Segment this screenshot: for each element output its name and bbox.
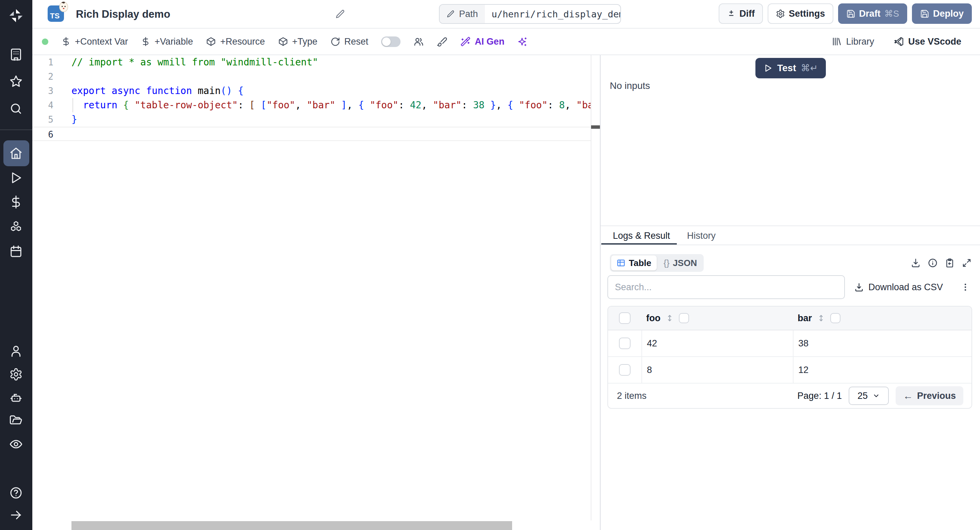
tab-logs-result[interactable]: Logs & Result (613, 226, 670, 245)
library-button[interactable]: Library (832, 37, 874, 47)
add-context-var-button[interactable]: +Context Var (61, 37, 128, 47)
path-control[interactable]: Path u/henri/rich_display_demo (439, 4, 621, 24)
code-line[interactable]: 6 (32, 127, 591, 141)
row-checkbox[interactable] (619, 364, 630, 376)
multiplayer-toggle[interactable] (381, 37, 401, 47)
code-line[interactable]: 2 (32, 69, 591, 84)
code-line[interactable]: 4 return { "table-row-object": [ ["foo",… (32, 98, 591, 112)
deploy-label: Deploy (933, 8, 964, 19)
help-icon[interactable] (8, 485, 24, 500)
ai-gen-button[interactable]: AI Gen (460, 37, 504, 47)
settings-gear-icon[interactable] (8, 367, 24, 382)
copy-clipboard-icon[interactable] (945, 258, 955, 268)
code-text: } (72, 112, 77, 127)
select-all-checkbox[interactable] (619, 312, 630, 324)
add-resource-button[interactable]: +Resource (206, 37, 265, 47)
sort-icon[interactable] (817, 314, 826, 322)
horizontal-scrollbar[interactable] (72, 521, 512, 530)
windmill-logo-icon[interactable] (8, 8, 24, 23)
result-actions (911, 254, 972, 272)
table-icon (617, 259, 625, 267)
previous-label: Previous (917, 391, 956, 401)
cell-foo: 8 (641, 357, 793, 383)
dollar-icon (61, 37, 71, 46)
search-icon[interactable] (8, 101, 24, 116)
tabs-bottom-border (601, 244, 980, 245)
home-icon[interactable] (8, 146, 24, 161)
settings-button[interactable]: Settings (768, 3, 833, 24)
info-icon[interactable] (928, 258, 938, 268)
draft-button[interactable]: Draft ⌘S (838, 3, 907, 24)
diff-button[interactable]: Diff (719, 3, 763, 24)
view-toggle-table[interactable]: Table (611, 255, 657, 270)
resources-cubes-icon[interactable] (8, 219, 24, 234)
add-variable-label: +Variable (154, 37, 193, 47)
reset-icon (331, 37, 340, 47)
add-context-var-label: +Context Var (75, 37, 128, 47)
view-toggle: Table {} JSON (610, 254, 704, 272)
edit-title-pencil-icon[interactable] (335, 9, 345, 19)
status-dot (42, 38, 48, 45)
column-visibility-checkbox[interactable] (830, 313, 840, 323)
collapse-arrow-icon[interactable] (8, 508, 24, 522)
toolbar-left: +Context Var +Variable +Resource +Type R… (42, 29, 528, 54)
deploy-button[interactable]: Deploy (912, 3, 972, 24)
format-brush-icon[interactable] (437, 37, 447, 47)
column-header-foo[interactable]: foo (641, 307, 793, 330)
code-editor[interactable]: 1// import * as wmill from "windmill-cli… (32, 55, 600, 530)
windmill-script-editor: TS Rich Display demo Path u/henri/rich_d… (0, 0, 980, 530)
expand-icon[interactable] (962, 258, 972, 268)
favorites-star-icon[interactable] (8, 74, 24, 89)
diff-icon (727, 9, 736, 18)
code-line[interactable]: 5} (32, 112, 591, 127)
test-button[interactable]: Test ⌘↵ (756, 58, 826, 78)
code-line[interactable]: 3export async function main() { (32, 84, 591, 98)
add-type-label: +Type (292, 37, 318, 47)
view-toggle-json[interactable]: {} JSON (658, 255, 702, 270)
variables-dollar-icon[interactable] (8, 195, 24, 209)
editor-right-ruler (591, 55, 592, 520)
download-csv-button[interactable]: Download as CSV (854, 275, 943, 299)
path-value[interactable]: u/henri/rich_display_demo (485, 5, 621, 23)
folders-icon[interactable] (8, 413, 24, 428)
workspace-icon[interactable] (8, 47, 24, 62)
use-vscode-button[interactable]: Use VScode (894, 37, 961, 47)
table-row: 812 (608, 357, 972, 383)
table-body: 4238812 (608, 330, 972, 383)
toggle-knob (382, 37, 391, 46)
user-icon[interactable] (8, 344, 24, 359)
test-label: Test (777, 63, 796, 73)
line-number: 4 (32, 98, 53, 112)
download-icon[interactable] (911, 258, 921, 268)
audit-eye-icon[interactable] (8, 437, 24, 452)
previous-page-button[interactable]: ← Previous (896, 386, 963, 405)
code-lines: 1// import * as wmill from "windmill-cli… (32, 55, 591, 141)
json-braces-icon: {} (663, 258, 669, 268)
add-type-button[interactable]: +Type (278, 37, 318, 47)
draft-shortcut: ⌘S (885, 8, 899, 19)
schedules-calendar-icon[interactable] (8, 244, 24, 259)
column-visibility-checkbox[interactable] (679, 313, 689, 323)
users-icon[interactable] (414, 37, 424, 47)
more-options-kebab[interactable] (960, 275, 970, 299)
page-size-select[interactable]: 25 (849, 386, 889, 405)
reset-button[interactable]: Reset (331, 37, 369, 47)
reset-label: Reset (344, 37, 369, 47)
runs-play-icon[interactable] (8, 170, 24, 185)
library-icon (832, 37, 842, 47)
tab-history[interactable]: History (687, 226, 716, 245)
column-header-bar[interactable]: bar (793, 307, 972, 330)
add-variable-button[interactable]: +Variable (141, 37, 193, 47)
toolbar-right: Library Use VScode (832, 29, 961, 54)
path-label-segment: Path (440, 5, 485, 23)
code-line[interactable]: 1// import * as wmill from "windmill-cli… (32, 55, 591, 69)
row-checkbox[interactable] (619, 338, 630, 349)
sparkles-icon[interactable] (517, 37, 528, 47)
sort-icon[interactable] (665, 314, 674, 322)
workers-robot-icon[interactable] (8, 390, 24, 405)
search-input[interactable] (608, 275, 845, 299)
play-icon (764, 64, 772, 73)
page-title: Rich Display demo (76, 0, 170, 29)
column-label-foo: foo (646, 313, 660, 324)
path-label: Path (459, 9, 478, 19)
